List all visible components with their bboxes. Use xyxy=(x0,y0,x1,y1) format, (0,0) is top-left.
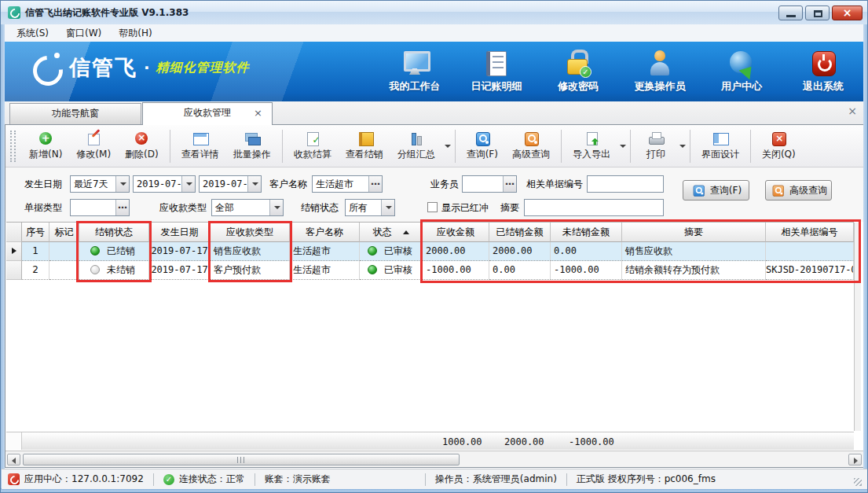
close-tab-button[interactable]: 关闭(Q) xyxy=(755,127,803,165)
settle-status-select[interactable]: 所有 xyxy=(345,199,395,216)
toolbar: 新增(N) 修改(M) 删除(D) 查看详情 批量操作 收款结算 查看结销 分组… xyxy=(5,125,864,167)
import-export-button[interactable]: 导入导出 xyxy=(566,127,617,165)
ui-design-icon xyxy=(712,131,728,145)
print-icon xyxy=(648,131,664,145)
search-blue-icon xyxy=(692,185,705,196)
scrollbar-grip-icon xyxy=(237,457,246,463)
banner-action-workbench[interactable]: 我的工作台 xyxy=(383,48,447,94)
advanced-query-filter-button[interactable]: 高级查询 xyxy=(765,180,832,201)
column-header-mark[interactable]: 标记 xyxy=(49,223,79,242)
window-title: 信管飞出纳记账软件专业版 V9.1.383 xyxy=(25,6,189,20)
chevron-down-icon[interactable] xyxy=(181,176,195,192)
column-header-unsettled[interactable]: 未结销金额 xyxy=(551,223,622,242)
app-center-status: 应用中心：127.0.0.1:7092 xyxy=(2,473,144,486)
scrollbar-thumb[interactable] xyxy=(23,454,460,465)
edit-button[interactable]: 修改(M) xyxy=(69,127,118,165)
amount-total: 1000.00 xyxy=(442,435,482,449)
ui-design-button[interactable]: 界面设计 xyxy=(694,127,746,165)
current-row-marker-icon xyxy=(12,248,16,254)
search-blue-icon xyxy=(474,131,490,145)
banner-action-journal[interactable]: 日记账明细 xyxy=(464,48,529,94)
strip-close-icon[interactable]: × xyxy=(848,105,857,117)
menu-item-system[interactable]: 系统(S) xyxy=(8,25,57,42)
chevron-down-icon[interactable] xyxy=(381,200,394,215)
ellipsis-icon[interactable]: … xyxy=(115,200,129,215)
horizontal-scrollbar[interactable] xyxy=(5,451,864,467)
toolbar-separator xyxy=(455,130,456,163)
date-preset-select[interactable]: 最近7天 xyxy=(70,175,130,193)
group-summary-dropdown-icon[interactable] xyxy=(445,145,451,148)
import-export-dropdown-icon[interactable] xyxy=(620,145,626,148)
view-detail-button[interactable]: 查看详情 xyxy=(174,127,226,165)
query-button[interactable]: 查询(F) xyxy=(460,127,505,165)
table-row[interactable]: 1 已结销 2019-07-17 销售应收款 生活超市 已审核 2000.00 … xyxy=(6,242,854,261)
view-settlement-icon xyxy=(357,131,372,145)
related-no-input[interactable] xyxy=(587,175,664,193)
query-filter-button[interactable]: 查询(F) xyxy=(683,180,749,201)
banner: 信管飞 · 精细化管理软件 我的工作台 日记账明细 ✓ 修改密码 更换操作员 xyxy=(2,42,868,101)
date-from-input[interactable]: 2019-07-10 xyxy=(133,175,196,193)
group-summary-button[interactable]: 分组汇总 xyxy=(390,127,442,165)
batch-operation-button[interactable]: 批量操作 xyxy=(226,127,278,165)
table-row[interactable]: 2 未结销 2019-07-17 客户预付款 生活超市 已审核 -1000.00… xyxy=(6,261,854,280)
close-button[interactable]: × xyxy=(832,6,863,20)
row-selector[interactable] xyxy=(6,242,22,261)
footer-selector-cell xyxy=(6,432,22,450)
menu-item-help[interactable]: 帮助(H) xyxy=(110,25,160,42)
banner-action-operator[interactable]: 更换操作员 xyxy=(628,48,692,94)
delete-icon xyxy=(134,131,149,145)
scroll-left-icon[interactable] xyxy=(7,454,20,465)
receipt-settle-button[interactable]: 收款结算 xyxy=(287,127,339,165)
customer-input[interactable]: 生活超市… xyxy=(312,175,383,193)
add-button[interactable]: 新增(N) xyxy=(22,127,69,165)
vertical-scrollbar[interactable] xyxy=(854,223,861,431)
row-selector[interactable] xyxy=(6,261,22,280)
chevron-down-icon[interactable] xyxy=(247,176,261,192)
switch-operator-user-icon xyxy=(648,50,672,76)
app-logo-icon xyxy=(8,6,20,19)
minimize-button[interactable] xyxy=(778,6,803,20)
show-reversed-checkbox[interactable] xyxy=(427,202,438,212)
column-header-status[interactable]: 状态 xyxy=(360,223,423,242)
add-icon xyxy=(38,131,53,145)
brand-separator: · xyxy=(144,58,150,77)
view-settlement-button[interactable]: 查看结销 xyxy=(339,127,390,165)
banner-action-password[interactable]: ✓ 修改密码 xyxy=(546,48,610,94)
banner-action-exit[interactable]: 退出系统 xyxy=(791,48,855,94)
advanced-query-button[interactable]: 高级查询 xyxy=(505,127,557,165)
delete-button[interactable]: 删除(D) xyxy=(118,127,166,165)
chevron-down-icon[interactable] xyxy=(269,200,283,215)
maximize-button[interactable] xyxy=(805,6,830,20)
column-header-customer[interactable]: 客户名称 xyxy=(290,223,360,242)
tab-function-nav[interactable]: 功能导航窗 xyxy=(9,103,141,124)
column-header-settle-status[interactable]: 结销状态 xyxy=(79,223,149,242)
ellipsis-icon[interactable]: … xyxy=(368,176,382,192)
account-set-status: 账套：演示账套 xyxy=(265,473,331,486)
change-password-lock-icon: ✓ xyxy=(566,50,590,76)
banner-action-usercenter[interactable]: 用户中心 xyxy=(709,48,774,94)
summary-label: 摘要 xyxy=(500,199,519,216)
menu-item-window[interactable]: 窗口(W) xyxy=(57,25,110,42)
ellipsis-icon[interactable]: … xyxy=(503,176,516,192)
tab-close-icon[interactable]: × xyxy=(254,103,262,123)
toolbar-grip[interactable] xyxy=(10,131,16,162)
column-header-date[interactable]: 发生日期 xyxy=(149,223,211,242)
column-header-summary[interactable]: 摘要 xyxy=(622,223,766,242)
receivable-type-select[interactable]: 全部 xyxy=(211,199,284,216)
chevron-down-icon[interactable] xyxy=(115,176,129,192)
print-button[interactable]: 打印 xyxy=(635,127,677,165)
tab-receivables[interactable]: 应收款管理 × xyxy=(142,102,273,125)
doc-type-input[interactable]: … xyxy=(70,199,130,216)
column-header-settled[interactable]: 已结销金额 xyxy=(489,223,551,242)
column-header-amount[interactable]: 应收金额 xyxy=(423,223,489,242)
column-header-type[interactable]: 应收款类型 xyxy=(211,223,290,242)
summary-input[interactable] xyxy=(524,199,664,216)
scroll-right-icon[interactable] xyxy=(848,454,862,465)
salesman-input[interactable]: … xyxy=(462,175,517,193)
resize-grip-icon[interactable] xyxy=(854,478,862,486)
print-dropdown-icon[interactable] xyxy=(679,145,686,148)
column-header-related-no[interactable]: 相关单据编号 xyxy=(766,223,854,242)
date-to-input[interactable]: 2019-07-17 xyxy=(199,175,262,193)
column-header-seq[interactable]: 序号 xyxy=(22,223,49,242)
receivables-grid: 序号 标记 结销状态 发生日期 应收款类型 客户名称 状态 应收金额 已结销金额… xyxy=(6,222,854,280)
